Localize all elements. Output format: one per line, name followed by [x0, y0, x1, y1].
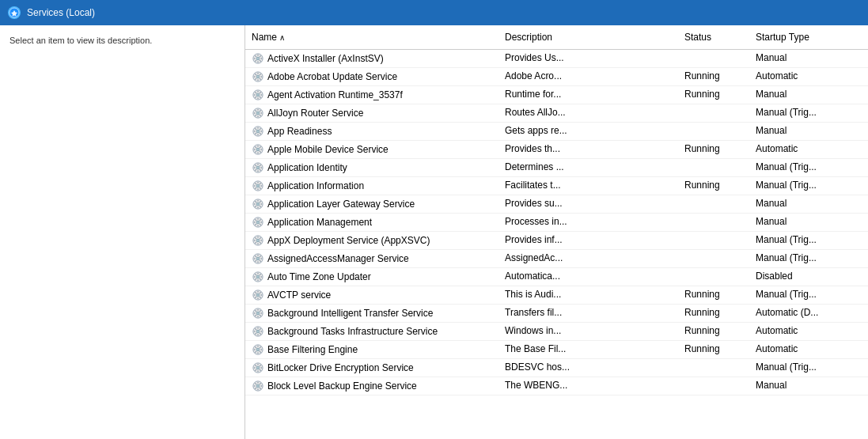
service-status-cell: Running: [678, 141, 749, 158]
service-startup-type-cell: Automatic: [749, 341, 868, 358]
service-name-cell: BitLocker Drive Encryption Service: [245, 359, 498, 377]
main-content: Select an item to view its description. …: [0, 25, 868, 439]
gear-icon: [252, 52, 264, 65]
gear-icon: [252, 361, 264, 374]
service-startup-type-cell: Manual: [749, 86, 868, 104]
services-window: Services (Local) Select an item to view …: [0, 0, 868, 439]
service-name-cell: AVCTP service: [245, 286, 498, 304]
table-row[interactable]: Application IdentityDetermines ...Manual…: [245, 159, 868, 177]
service-status-cell: [678, 359, 749, 377]
service-name-text: App Readiness: [267, 126, 332, 137]
table-row[interactable]: Application Layer Gateway ServiceProvide…: [245, 195, 868, 214]
table-row[interactable]: Background Tasks Infrastructure ServiceW…: [245, 323, 868, 341]
service-status-cell: Running: [678, 323, 749, 340]
table-header: Name Description Status Startup Type: [245, 25, 868, 50]
service-status-cell: Running: [678, 86, 749, 104]
table-row[interactable]: Base Filtering EngineThe Base Fil...Runn…: [245, 341, 868, 359]
svg-point-44: [256, 312, 260, 315]
service-startup-type-cell: Manual: [749, 214, 868, 231]
service-name-text: Application Management: [267, 217, 372, 228]
table-row[interactable]: Apple Mobile Device ServiceProvides th..…: [245, 141, 868, 159]
service-name-text: Application Identity: [267, 162, 347, 173]
service-name-cell: Application Identity: [245, 159, 498, 176]
service-name-cell: Adobe Acrobat Update Service: [245, 68, 498, 85]
service-name-text: Agent Activation Runtime_3537f: [267, 89, 403, 100]
svg-point-20: [256, 166, 260, 169]
service-name-cell: Application Management: [245, 214, 498, 231]
service-description-cell: Determines ...: [498, 159, 678, 176]
gear-icon: [252, 161, 264, 174]
service-startup-type-cell: Manual: [749, 195, 868, 213]
table-row[interactable]: Application InformationFacilitates t...R…: [245, 177, 868, 195]
service-status-cell: Running: [678, 305, 749, 322]
service-startup-type-cell: Manual (Trig...: [749, 359, 868, 377]
service-description-cell: Provides Us...: [498, 50, 678, 67]
table-row[interactable]: ActiveX Installer (AxInstSV)Provides Us.…: [245, 50, 868, 68]
table-row[interactable]: Auto Time Zone UpdaterAutomatica...Disab…: [245, 268, 868, 286]
service-description-cell: Windows in...: [498, 323, 678, 340]
service-description-cell: AssignedAc...: [498, 250, 678, 267]
table-row[interactable]: AppX Deployment Service (AppXSVC)Provide…: [245, 232, 868, 250]
service-name-text: Background Intelligent Transfer Service: [267, 308, 433, 319]
table-row[interactable]: Adobe Acrobat Update ServiceAdobe Acro..…: [245, 68, 868, 86]
svg-point-2: [256, 57, 260, 60]
table-row[interactable]: AllJoyn Router ServiceRoutes AllJo...Man…: [245, 104, 868, 123]
service-name-cell: AllJoyn Router Service: [245, 104, 498, 122]
table-row[interactable]: AVCTP serviceThis is Audi...RunningManua…: [245, 286, 868, 305]
svg-point-11: [256, 112, 260, 115]
header-description[interactable]: Description: [498, 28, 678, 46]
service-startup-type-cell: Automatic (D...: [749, 305, 868, 322]
table-row[interactable]: Application ManagementProcesses in...Man…: [245, 214, 868, 232]
service-status-cell: [678, 195, 749, 213]
service-status-cell: [678, 159, 749, 176]
service-startup-type-cell: Manual (Trig...: [749, 177, 868, 195]
service-startup-type-cell: Manual (Trig...: [749, 250, 868, 267]
svg-point-23: [256, 184, 260, 187]
service-status-cell: [678, 50, 749, 67]
svg-point-8: [256, 93, 260, 97]
service-status-cell: [678, 268, 749, 286]
service-name-cell: Application Layer Gateway Service: [245, 195, 498, 213]
table-row[interactable]: Agent Activation Runtime_3537fRuntime fo…: [245, 86, 868, 104]
service-name-cell: AssignedAccessManager Service: [245, 250, 498, 267]
service-name-text: AppX Deployment Service (AppXSVC): [267, 235, 430, 246]
service-startup-type-cell: Automatic: [749, 68, 868, 85]
service-name-cell: Block Level Backup Engine Service: [245, 377, 498, 395]
service-startup-type-cell: Automatic: [749, 323, 868, 340]
gear-icon: [252, 216, 264, 229]
service-name-cell: ActiveX Installer (AxInstSV): [245, 50, 498, 67]
gear-icon: [252, 271, 264, 283]
service-name-text: Base Filtering Engine: [267, 344, 358, 355]
gear-icon: [252, 89, 264, 101]
header-startup-type[interactable]: Startup Type: [749, 28, 868, 46]
table-row[interactable]: AssignedAccessManager ServiceAssignedAc.…: [245, 250, 868, 268]
table-body[interactable]: ActiveX Installer (AxInstSV)Provides Us.…: [245, 50, 868, 439]
service-description-cell: Transfers fil...: [498, 305, 678, 322]
gear-icon: [252, 70, 264, 83]
table-row[interactable]: Background Intelligent Transfer ServiceT…: [245, 305, 868, 323]
service-description-cell: Gets apps re...: [498, 123, 678, 140]
services-table: Name Description Status Startup Type Act…: [245, 25, 868, 439]
service-name-cell: Auto Time Zone Updater: [245, 268, 498, 286]
table-row[interactable]: App ReadinessGets apps re...Manual: [245, 123, 868, 141]
left-panel: Select an item to view its description.: [0, 25, 245, 439]
service-description-cell: Processes in...: [498, 214, 678, 231]
title-bar-text: Services (Local): [27, 7, 95, 18]
service-name-text: Application Information: [267, 180, 364, 191]
service-name-cell: Base Filtering Engine: [245, 341, 498, 358]
service-description-cell: Facilitates t...: [498, 177, 678, 195]
service-status-cell: [678, 377, 749, 395]
service-description-cell: BDESVC hos...: [498, 359, 678, 377]
service-startup-type-cell: Manual: [749, 377, 868, 395]
svg-point-41: [256, 293, 260, 297]
service-status-cell: [678, 104, 749, 122]
svg-point-47: [256, 330, 260, 333]
table-row[interactable]: BitLocker Drive Encryption ServiceBDESVC…: [245, 359, 868, 377]
header-status[interactable]: Status: [678, 28, 749, 46]
service-startup-type-cell: Manual: [749, 50, 868, 67]
left-panel-description: Select an item to view its description.: [9, 36, 152, 45]
header-name[interactable]: Name: [245, 28, 498, 46]
table-row[interactable]: Block Level Backup Engine ServiceThe WBE…: [245, 377, 868, 395]
service-status-cell: Running: [678, 177, 749, 195]
gear-icon: [252, 343, 264, 356]
